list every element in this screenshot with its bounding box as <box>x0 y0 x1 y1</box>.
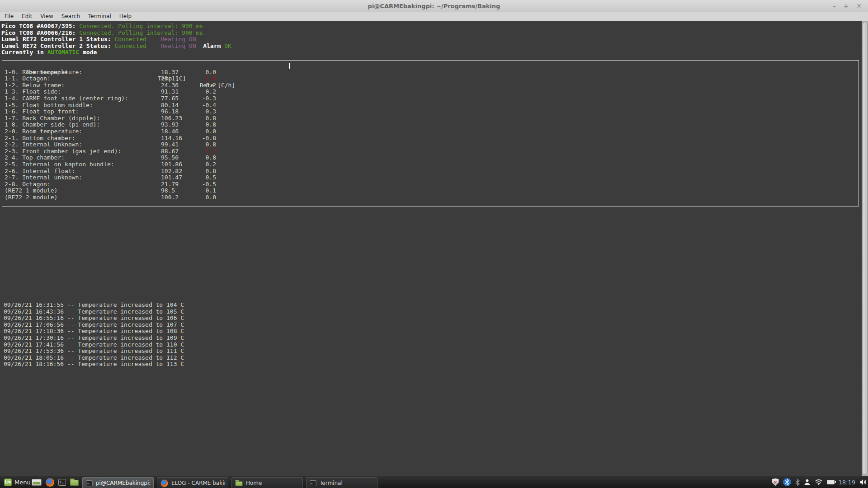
event-log: 09/26/21 16:31:55 -- Temperature increas… <box>4 302 184 368</box>
menu-search[interactable]: Search <box>57 13 84 20</box>
taskbar-window-2[interactable]: ELOG - CARME bakin... <box>157 477 228 488</box>
table-row: (RE72 1 module)98.50.1 <box>2 188 859 194</box>
status-segment: Connected. Polling interval: 900 ms <box>79 23 203 29</box>
log-line: 09/26/21 16:43:36 -- Temperature increas… <box>4 309 184 315</box>
tc-label: (RE72 1 module) <box>5 188 57 194</box>
menu-edit[interactable]: Edit <box>18 13 36 20</box>
terminal-scrollbar[interactable] <box>862 21 868 476</box>
tc-temp: 102.82 <box>161 168 182 175</box>
terminal-icon: >_ <box>58 479 66 486</box>
launcher-files[interactable] <box>70 479 79 486</box>
status-segment: Currently in <box>1 49 47 56</box>
status-segment: Alarm <box>203 42 224 49</box>
menu-help[interactable]: Help <box>115 13 136 20</box>
table-row: 2-7. Internal unknown:101.470.5 <box>2 174 859 181</box>
status-segment <box>196 42 203 49</box>
tray-battery[interactable] <box>827 480 835 484</box>
table-row: 1-5. Float bottom middle:80.14-0.4 <box>2 102 859 109</box>
tc-temp: 77.65 <box>161 95 179 102</box>
tc-label: 2-3. Front chamber (gas jet end): <box>5 148 121 155</box>
folder-icon <box>235 481 242 486</box>
status-segment <box>146 42 160 49</box>
menu-view[interactable]: View <box>36 13 57 20</box>
tc-rate: -0.2 <box>189 82 216 89</box>
tc-label: 1-7. Back Chamber (dipole): <box>5 115 100 122</box>
tray-user[interactable] <box>804 479 811 486</box>
tc-temp: 88.67 <box>161 148 179 155</box>
table-row: 2-5. Internal on kapton bundle:101.860.2 <box>2 161 859 168</box>
tc-temp: 101.86 <box>161 161 182 168</box>
tc-rate: 0.1 <box>189 188 216 194</box>
tray-bluetooth-small[interactable] <box>795 479 800 486</box>
tc-rate: 0.8 <box>189 141 216 148</box>
terminal-content[interactable]: Pico TC08 #A0067/395: Connected. Polling… <box>0 21 868 476</box>
terminal-icon: >_ <box>86 480 92 486</box>
log-line: 09/26/21 17:06:56 -- Temperature increas… <box>4 322 184 328</box>
show-desktop-icon <box>32 479 42 486</box>
menu-bar: FileEditViewSearchTerminalHelp <box>0 12 868 21</box>
taskbar-separator <box>30 478 30 486</box>
launcher-terminal[interactable]: >_ <box>58 479 66 486</box>
table-row: 1-0. Room temperature:18.370.0 <box>2 69 859 76</box>
tc-temp: 23.11 <box>161 75 179 82</box>
folder-icon <box>70 480 79 486</box>
table-rows: 1-0. Room temperature:18.370.01-1. Octag… <box>2 69 859 201</box>
tc-temp: 98.5 <box>161 188 175 194</box>
log-line: 09/26/21 17:41:56 -- Temperature increas… <box>4 342 184 348</box>
log-line: 09/26/21 17:53:36 -- Temperature increas… <box>4 348 184 355</box>
menu-button[interactable]: Lm Menu <box>2 476 33 488</box>
table-row: 2-2. Internal Unknown:99.410.8 <box>2 141 859 148</box>
status-segment: Lumel RE72 Controller 1 Status: <box>1 36 114 42</box>
tray-bluetooth[interactable] <box>783 478 791 486</box>
tray-volume[interactable] <box>859 479 867 485</box>
tc-temp: 18.37 <box>161 69 179 76</box>
taskbar-window-4[interactable]: >_Terminal <box>306 477 377 488</box>
taskbar-window-3[interactable]: Home <box>231 477 303 488</box>
table-row: 1-4. CARME foot side (center ring):77.65… <box>2 95 859 102</box>
launcher-firefox[interactable] <box>46 478 54 487</box>
tc-temp: 80.14 <box>161 102 179 109</box>
status-segment: AUTOMATIC <box>47 49 79 56</box>
tc-rate: -0.2 <box>189 89 216 95</box>
window-titlebar[interactable]: pi@CARMEbakingpi: ~/Programs/Baking – + … <box>0 0 868 12</box>
log-line: 09/26/21 18:05:16 -- Temperature increas… <box>4 355 184 361</box>
clock[interactable]: 18:19 <box>839 479 855 486</box>
scrollbar-thumb[interactable] <box>863 22 868 475</box>
tc-label: 2-0. Room temperature: <box>5 128 82 135</box>
launcher-area: >_ <box>32 476 83 488</box>
tc-rate: 1.2 <box>189 148 216 155</box>
terminal-icon: >_ <box>310 480 316 486</box>
table-header: Thermocouple Temp [C] Rate [C/h] <box>2 62 859 69</box>
firefox-icon <box>160 479 168 487</box>
status-segment <box>146 36 160 42</box>
tray-shield[interactable]: ✕ <box>772 479 779 486</box>
minimize-button[interactable]: – <box>833 3 836 9</box>
status-line: Lumel RE72 Controller 2 Status: Connecte… <box>1 43 868 50</box>
menu-file[interactable]: File <box>0 13 18 20</box>
status-segment: Lumel RE72 Controller 2 Status: <box>1 42 114 49</box>
tc-label: 1-4. CARME foot side (center ring): <box>5 95 128 102</box>
tc-rate: 0.0 <box>189 69 216 76</box>
close-button[interactable]: ✕ <box>856 3 862 9</box>
status-segment: Connected <box>114 36 146 42</box>
maximize-button[interactable]: + <box>844 3 849 9</box>
taskbar-window-1[interactable]: >_pi@CARMEbakingpi: ... <box>82 477 154 488</box>
tc-label: 2-1. Bottom chamber: <box>5 135 75 142</box>
tc-temp: 24.36 <box>161 82 179 89</box>
status-segment: Pico TC08 #A0067/395: <box>1 23 79 29</box>
taskbar-window-label: ELOG - CARME bakin... <box>171 480 225 486</box>
system-tray: ✕18:19 <box>772 476 867 488</box>
launcher-show-desktop[interactable] <box>32 479 42 486</box>
desktop: pi@CARMEbakingpi: ~/Programs/Baking – + … <box>0 0 868 488</box>
tray-wifi[interactable] <box>815 479 823 485</box>
menu-terminal[interactable]: Terminal <box>84 13 115 20</box>
table-row: 2-0. Room temperature:18.460.0 <box>2 128 859 135</box>
tc-rate: 1.6 <box>189 75 216 82</box>
tc-rate: 0.8 <box>189 155 216 161</box>
tc-temp: 93.93 <box>161 122 179 128</box>
tc-label: 1-2. Below frame: <box>5 82 65 89</box>
window-title: pi@CARMEbakingpi: ~/Programs/Baking <box>368 3 500 9</box>
tc-label: 2-8. Octagon: <box>5 181 51 188</box>
bluetooth-small-icon <box>795 479 800 486</box>
tc-label: 2-4. Top chamber: <box>5 155 65 161</box>
